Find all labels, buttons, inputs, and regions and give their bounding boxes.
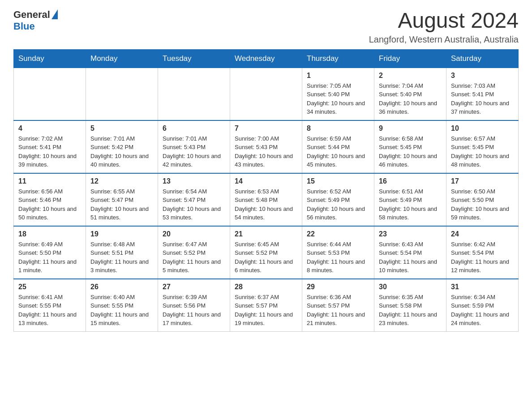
- day-number: 8: [307, 124, 369, 133]
- calendar-day-cell: 30Sunrise: 6:35 AM Sunset: 5:58 PM Dayli…: [374, 279, 446, 332]
- day-info: Sunrise: 7:02 AM Sunset: 5:41 PM Dayligh…: [18, 134, 81, 169]
- day-info: Sunrise: 7:01 AM Sunset: 5:43 PM Dayligh…: [163, 134, 225, 169]
- day-info: Sunrise: 6:48 AM Sunset: 5:51 PM Dayligh…: [90, 240, 153, 275]
- day-info: Sunrise: 6:39 AM Sunset: 5:56 PM Dayligh…: [163, 293, 225, 328]
- calendar-day-cell: 17Sunrise: 6:50 AM Sunset: 5:50 PM Dayli…: [446, 173, 519, 226]
- day-info: Sunrise: 6:43 AM Sunset: 5:54 PM Dayligh…: [379, 240, 442, 275]
- day-info: Sunrise: 6:45 AM Sunset: 5:52 PM Dayligh…: [235, 240, 297, 275]
- calendar-day-cell: 22Sunrise: 6:44 AM Sunset: 5:53 PM Dayli…: [302, 226, 374, 279]
- calendar-day-cell: 7Sunrise: 7:00 AM Sunset: 5:43 PM Daylig…: [230, 120, 302, 173]
- day-number: 29: [307, 283, 369, 291]
- day-number: 7: [235, 124, 297, 133]
- day-number: 9: [379, 124, 442, 133]
- day-number: 6: [163, 124, 225, 133]
- day-info: Sunrise: 6:42 AM Sunset: 5:54 PM Dayligh…: [451, 240, 514, 275]
- day-info: Sunrise: 6:36 AM Sunset: 5:57 PM Dayligh…: [307, 293, 369, 328]
- day-info: Sunrise: 6:57 AM Sunset: 5:45 PM Dayligh…: [451, 134, 514, 169]
- calendar-day-cell: 6Sunrise: 7:01 AM Sunset: 5:43 PM Daylig…: [158, 120, 230, 173]
- calendar-day-cell: 21Sunrise: 6:45 AM Sunset: 5:52 PM Dayli…: [230, 226, 302, 279]
- calendar-day-cell: 3Sunrise: 7:03 AM Sunset: 5:41 PM Daylig…: [446, 68, 519, 120]
- calendar-day-cell: 10Sunrise: 6:57 AM Sunset: 5:45 PM Dayli…: [446, 120, 519, 173]
- day-number: 15: [307, 177, 369, 185]
- calendar-day-cell: 14Sunrise: 6:53 AM Sunset: 5:48 PM Dayli…: [230, 173, 302, 226]
- day-info: Sunrise: 6:54 AM Sunset: 5:47 PM Dayligh…: [163, 187, 225, 222]
- day-info: Sunrise: 6:55 AM Sunset: 5:47 PM Dayligh…: [90, 187, 153, 222]
- calendar-day-cell: 24Sunrise: 6:42 AM Sunset: 5:54 PM Dayli…: [446, 226, 519, 279]
- location-title: Langford, Western Australia, Australia: [369, 34, 519, 45]
- logo: General Blue: [13, 9, 58, 32]
- calendar-day-cell: 13Sunrise: 6:54 AM Sunset: 5:47 PM Dayli…: [158, 173, 230, 226]
- day-info: Sunrise: 6:47 AM Sunset: 5:52 PM Dayligh…: [163, 240, 225, 275]
- calendar-day-cell: 4Sunrise: 7:02 AM Sunset: 5:41 PM Daylig…: [14, 120, 86, 173]
- day-info: Sunrise: 7:05 AM Sunset: 5:40 PM Dayligh…: [307, 81, 369, 116]
- calendar-day-cell: 26Sunrise: 6:40 AM Sunset: 5:55 PM Dayli…: [86, 279, 158, 332]
- days-of-week-row: SundayMondayTuesdayWednesdayThursdayFrid…: [14, 49, 519, 68]
- day-info: Sunrise: 6:52 AM Sunset: 5:49 PM Dayligh…: [307, 187, 369, 222]
- calendar-day-cell: 25Sunrise: 6:41 AM Sunset: 5:55 PM Dayli…: [14, 279, 86, 332]
- day-number: 14: [235, 177, 297, 185]
- calendar-day-cell: 29Sunrise: 6:36 AM Sunset: 5:57 PM Dayli…: [302, 279, 374, 332]
- day-info: Sunrise: 6:59 AM Sunset: 5:44 PM Dayligh…: [307, 134, 369, 169]
- day-of-week-header: Monday: [86, 49, 158, 68]
- day-of-week-header: Tuesday: [158, 49, 230, 68]
- calendar-day-cell: 16Sunrise: 6:51 AM Sunset: 5:49 PM Dayli…: [374, 173, 446, 226]
- day-info: Sunrise: 6:53 AM Sunset: 5:48 PM Dayligh…: [235, 187, 297, 222]
- day-number: 13: [163, 177, 225, 185]
- calendar-body: 1Sunrise: 7:05 AM Sunset: 5:40 PM Daylig…: [14, 68, 519, 331]
- day-number: 16: [379, 177, 442, 185]
- calendar-day-cell: [158, 68, 230, 120]
- day-of-week-header: Thursday: [302, 49, 374, 68]
- month-title: August 2024: [369, 9, 519, 33]
- calendar-day-cell: 27Sunrise: 6:39 AM Sunset: 5:56 PM Dayli…: [158, 279, 230, 332]
- calendar-day-cell: 19Sunrise: 6:48 AM Sunset: 5:51 PM Dayli…: [86, 226, 158, 279]
- calendar-day-cell: [14, 68, 86, 120]
- logo-triangle-icon: [51, 9, 58, 19]
- day-of-week-header: Saturday: [446, 49, 519, 68]
- calendar-day-cell: [230, 68, 302, 120]
- calendar-week-row: 4Sunrise: 7:02 AM Sunset: 5:41 PM Daylig…: [14, 120, 519, 173]
- day-info: Sunrise: 7:04 AM Sunset: 5:40 PM Dayligh…: [379, 81, 442, 116]
- calendar-day-cell: 31Sunrise: 6:34 AM Sunset: 5:59 PM Dayli…: [446, 279, 519, 332]
- day-number: 28: [235, 283, 297, 291]
- day-number: 19: [90, 230, 153, 238]
- calendar-day-cell: 1Sunrise: 7:05 AM Sunset: 5:40 PM Daylig…: [302, 68, 374, 120]
- calendar-day-cell: 11Sunrise: 6:56 AM Sunset: 5:46 PM Dayli…: [14, 173, 86, 226]
- day-number: 10: [451, 124, 514, 133]
- day-info: Sunrise: 7:01 AM Sunset: 5:42 PM Dayligh…: [90, 134, 153, 169]
- day-info: Sunrise: 7:00 AM Sunset: 5:43 PM Dayligh…: [235, 134, 297, 169]
- logo-blue-text: Blue: [13, 21, 35, 32]
- logo-general-text: General: [13, 9, 50, 21]
- day-info: Sunrise: 6:40 AM Sunset: 5:55 PM Dayligh…: [90, 293, 153, 328]
- calendar-day-cell: 8Sunrise: 6:59 AM Sunset: 5:44 PM Daylig…: [302, 120, 374, 173]
- day-number: 21: [235, 230, 297, 238]
- day-number: 25: [18, 283, 81, 291]
- day-info: Sunrise: 6:41 AM Sunset: 5:55 PM Dayligh…: [18, 293, 81, 328]
- page-header: General Blue August 2024 Langford, Weste…: [13, 9, 519, 45]
- day-number: 3: [451, 72, 514, 80]
- calendar-week-row: 11Sunrise: 6:56 AM Sunset: 5:46 PM Dayli…: [14, 173, 519, 226]
- day-number: 31: [451, 283, 514, 291]
- day-number: 12: [90, 177, 153, 185]
- day-number: 22: [307, 230, 369, 238]
- calendar-day-cell: 12Sunrise: 6:55 AM Sunset: 5:47 PM Dayli…: [86, 173, 158, 226]
- day-info: Sunrise: 6:37 AM Sunset: 5:57 PM Dayligh…: [235, 293, 297, 328]
- calendar-day-cell: 18Sunrise: 6:49 AM Sunset: 5:50 PM Dayli…: [14, 226, 86, 279]
- calendar-week-row: 25Sunrise: 6:41 AM Sunset: 5:55 PM Dayli…: [14, 279, 519, 332]
- calendar-day-cell: 5Sunrise: 7:01 AM Sunset: 5:42 PM Daylig…: [86, 120, 158, 173]
- day-number: 4: [18, 124, 81, 133]
- calendar-day-cell: 2Sunrise: 7:04 AM Sunset: 5:40 PM Daylig…: [374, 68, 446, 120]
- day-number: 27: [163, 283, 225, 291]
- calendar-day-cell: 28Sunrise: 6:37 AM Sunset: 5:57 PM Dayli…: [230, 279, 302, 332]
- day-number: 5: [90, 124, 153, 133]
- day-info: Sunrise: 6:50 AM Sunset: 5:50 PM Dayligh…: [451, 187, 514, 222]
- day-info: Sunrise: 6:51 AM Sunset: 5:49 PM Dayligh…: [379, 187, 442, 222]
- day-info: Sunrise: 6:58 AM Sunset: 5:45 PM Dayligh…: [379, 134, 442, 169]
- day-of-week-header: Wednesday: [230, 49, 302, 68]
- day-number: 23: [379, 230, 442, 238]
- day-info: Sunrise: 7:03 AM Sunset: 5:41 PM Dayligh…: [451, 81, 514, 116]
- day-number: 30: [379, 283, 442, 291]
- day-number: 11: [18, 177, 81, 185]
- day-number: 17: [451, 177, 514, 185]
- day-of-week-header: Friday: [374, 49, 446, 68]
- day-number: 20: [163, 230, 225, 238]
